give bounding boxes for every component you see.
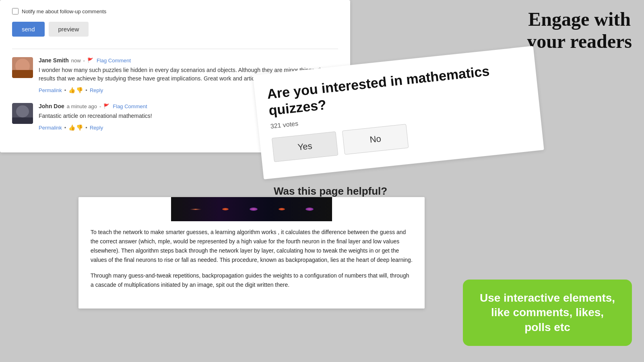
- dot-john-2: •: [85, 125, 87, 131]
- preview-button[interactable]: preview: [49, 22, 89, 37]
- thumbs-down-jane[interactable]: 👎: [76, 87, 83, 93]
- article-image-inner: [171, 197, 332, 221]
- comment-header-jane: Jane Smith now - 🚩 Flag Comment: [39, 57, 338, 64]
- comment-author-john: John Doe: [39, 103, 64, 109]
- dot-jane-2: •: [85, 87, 87, 93]
- notify-row: Notify me about follow-up comments: [12, 8, 338, 14]
- comment-time-jane: now: [71, 58, 81, 64]
- form-buttons: send preview: [12, 22, 338, 37]
- permalink-jane[interactable]: Permalink: [39, 87, 62, 93]
- comment-divider: [12, 49, 338, 49]
- star-dot-4: [305, 208, 314, 211]
- star-line-1: [190, 209, 202, 210]
- avatar-jane: [12, 57, 33, 78]
- like-icons-john: 👍 👎: [68, 124, 83, 131]
- comment-author-jane: Jane Smith: [39, 57, 69, 64]
- article-panel: To teach the network to make smarter gue…: [78, 197, 425, 309]
- callout-text: Use interactive elements, like comments,…: [480, 292, 615, 333]
- poll-yes-button[interactable]: Yes: [272, 131, 338, 162]
- thumbs-up-john[interactable]: 👍: [68, 124, 75, 131]
- poll-no-button[interactable]: No: [342, 124, 409, 154]
- star-dot-1: [222, 208, 229, 210]
- flag-icon-jane: 🚩: [87, 58, 93, 63]
- notify-checkbox[interactable]: [12, 8, 19, 14]
- flag-link-jane[interactable]: Flag Comment: [97, 58, 131, 64]
- article-paragraph-2: Through many guess-and-tweak repetitions…: [91, 271, 413, 290]
- article-image: [171, 197, 332, 221]
- permalink-john[interactable]: Permalink: [39, 125, 62, 131]
- thumbs-up-jane[interactable]: 👍: [68, 87, 75, 93]
- star-dot-2: [250, 208, 258, 211]
- like-icons-jane: 👍 👎: [68, 87, 83, 93]
- engage-heading-line2: your readers: [527, 31, 632, 52]
- flag-link-john[interactable]: Flag Comment: [113, 103, 147, 109]
- dot-jane-1: •: [64, 87, 66, 93]
- comment-time-john: a minute ago: [67, 103, 97, 109]
- flag-icon-john: 🚩: [103, 103, 109, 109]
- article-paragraph-1: To teach the network to make smarter gue…: [91, 228, 413, 265]
- reply-john[interactable]: Reply: [90, 125, 103, 131]
- separator-jane: -: [83, 58, 85, 64]
- dot-john-1: •: [64, 125, 66, 131]
- notify-label: Notify me about follow-up comments: [22, 8, 106, 14]
- avatar-john: [12, 103, 33, 124]
- avatar-john-image: [12, 103, 33, 124]
- send-button[interactable]: send: [12, 22, 45, 37]
- engage-heading: Engage with your readers: [527, 8, 632, 52]
- separator-john: -: [99, 103, 101, 109]
- engage-heading-line1: Engage with: [528, 8, 631, 30]
- helpful-label: Was this page helpful?: [274, 185, 387, 197]
- star-dot-3: [279, 208, 285, 210]
- avatar-jane-image: [12, 57, 33, 78]
- thumbs-down-john[interactable]: 👎: [76, 124, 83, 131]
- reply-jane[interactable]: Reply: [90, 87, 103, 93]
- callout-green: Use interactive elements, like comments,…: [463, 280, 632, 346]
